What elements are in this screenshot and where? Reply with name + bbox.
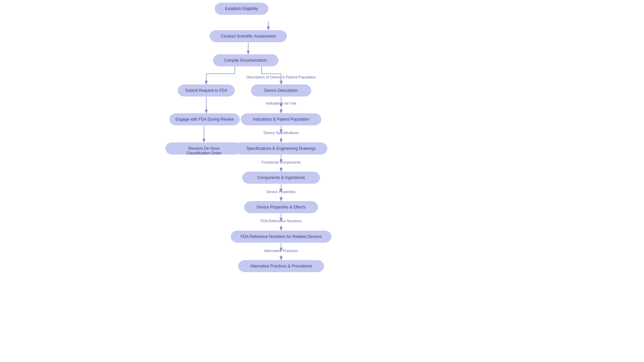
diagram-container: Description of Device & Patient Populati… (0, 0, 644, 362)
label-alt-practices: Alternative Practices (264, 249, 298, 253)
node-indications-label: Indications & Patient Population (253, 117, 309, 122)
arrow-compile-submit (206, 67, 235, 84)
node-receive-label2: Classification Order (186, 151, 222, 156)
node-specs-label: Specifications & Engineering Drawings (247, 146, 316, 151)
node-receive-label: Receive De Novo (188, 146, 220, 151)
label-functional-components: Functional Components (262, 160, 301, 164)
node-engage-label: Engage with FDA During Review (175, 117, 234, 122)
flowchart-svg: Description of Device & Patient Populati… (0, 0, 644, 362)
node-conduct-label: Conduct Scientific Assessment (221, 34, 276, 39)
node-alt-practices-label: Alternative Practices & Procedures (250, 264, 312, 268)
label-fda-ref: FDA Reference Numbers (261, 219, 302, 223)
label-device-specs: Device Specifications (264, 131, 299, 135)
node-establish-label: Establish Eligibility (225, 6, 258, 11)
label-description: Description of Device & Patient Populati… (247, 75, 316, 79)
node-submit-label: Submit Request to FDA (185, 88, 227, 93)
node-components-label: Components & Ingredients (257, 175, 305, 180)
label-indications-for-use: Indications for Use (266, 101, 296, 105)
node-device-desc-label: Device Description (264, 88, 298, 93)
label-device-properties: Device Properties (267, 190, 296, 194)
node-compile-label: Compile Documentation (224, 58, 267, 63)
node-fda-ref-label: FDA Reference Numbers for Related Device… (240, 234, 322, 239)
node-properties-label: Device Properties & Effects (257, 205, 306, 209)
